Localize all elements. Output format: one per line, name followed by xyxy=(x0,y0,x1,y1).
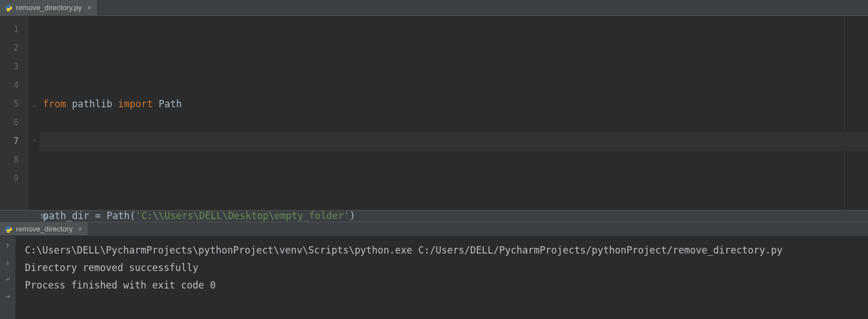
fold-gutter: ⌄ ⌃ xyxy=(29,16,40,210)
line-number-gutter: 1 2 3 4 5 6 7 8 9 xyxy=(0,16,29,210)
python-run-icon xyxy=(5,225,12,233)
line-number: 6 xyxy=(0,113,19,132)
right-margin-line xyxy=(844,16,845,210)
export-icon[interactable]: ⇥ xyxy=(2,290,14,301)
close-icon[interactable]: × xyxy=(88,4,92,12)
code-content[interactable]: from pathlib import Path path_dir = Path… xyxy=(40,16,868,210)
python-file-icon xyxy=(5,4,12,12)
current-line-highlight xyxy=(40,132,868,151)
scroll-down-icon[interactable]: ↓ xyxy=(2,256,14,268)
line-number: 2 xyxy=(0,39,19,58)
line-number: 4 xyxy=(0,76,19,95)
code-editor[interactable]: 1 2 3 4 5 6 7 8 9 ⌄ ⌃ from pathlib impor… xyxy=(0,16,868,210)
editor-tab[interactable]: remove_directory.py × xyxy=(0,0,98,15)
line-number: 1 xyxy=(0,20,19,39)
line-number: 5 xyxy=(0,95,19,113)
scroll-up-icon[interactable]: ↑ xyxy=(2,239,14,251)
fold-start-icon[interactable]: ⌄ xyxy=(29,95,40,113)
fold-end-icon[interactable]: ⌃ xyxy=(29,132,40,151)
editor-tab-bar: remove_directory.py × xyxy=(0,0,868,16)
line-number: 3 xyxy=(0,58,19,76)
line-number: 7 xyxy=(0,132,19,151)
editor-tab-filename: remove_directory.py xyxy=(16,3,82,12)
line-number: 9 xyxy=(0,169,19,188)
line-number: 8 xyxy=(0,151,19,169)
run-toolbar: ↑ ↓ ⤶ ⇥ xyxy=(0,236,16,319)
soft-wrap-icon[interactable]: ⤶ xyxy=(2,273,14,285)
